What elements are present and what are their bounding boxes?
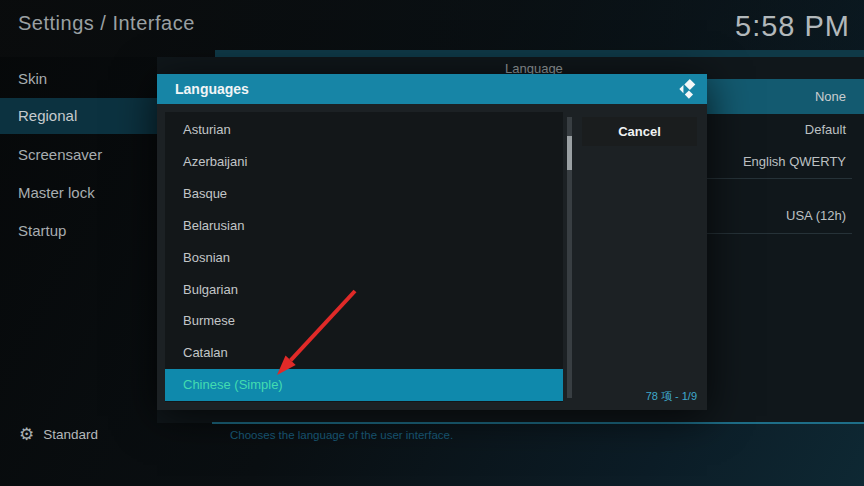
dialog-title: Languages [175, 74, 249, 104]
languages-dialog: Languages Asturian Azerbaijani Basque Be… [157, 74, 707, 410]
content-top-divider [215, 50, 864, 57]
list-item[interactable]: Basque [165, 178, 563, 210]
list-item[interactable]: Bosnian [165, 242, 563, 274]
sidebar-item-screensaver[interactable]: Screensaver [0, 137, 157, 173]
list-item-selected[interactable]: Chinese (Simple) [165, 369, 563, 401]
sidebar-item-skin[interactable]: Skin [0, 61, 157, 97]
page-title: Settings / Interface [18, 12, 195, 35]
cancel-button[interactable]: Cancel [582, 117, 697, 146]
list-item[interactable]: Bulgarian [165, 274, 563, 306]
footer-divider [212, 422, 864, 424]
profile-label: Standard [43, 427, 98, 442]
language-list: Asturian Azerbaijani Basque Belarusian B… [165, 112, 563, 402]
sidebar-item-master-lock[interactable]: Master lock [0, 175, 157, 211]
scrollbar[interactable] [567, 117, 572, 398]
gear-icon: ⚙ [19, 424, 34, 444]
sidebar-item-startup[interactable]: Startup [0, 213, 157, 249]
list-item[interactable]: Catalan [165, 337, 563, 369]
kodi-logo-icon [677, 78, 699, 100]
list-item[interactable]: Azerbaijani [165, 146, 563, 178]
list-item[interactable]: Belarusian [165, 210, 563, 242]
list-item[interactable]: Burmese [165, 305, 563, 337]
item-counter: 78 项 - 1/9 [646, 389, 697, 404]
profile-button[interactable]: ⚙ Standard [19, 424, 98, 444]
setting-help-text: Chooses the language of the user interfa… [230, 429, 453, 441]
scrollbar-thumb[interactable] [567, 136, 572, 170]
sidebar-item-regional[interactable]: Regional [0, 98, 157, 134]
list-item[interactable]: Asturian [165, 114, 563, 146]
clock: 5:58 PM [735, 10, 850, 43]
